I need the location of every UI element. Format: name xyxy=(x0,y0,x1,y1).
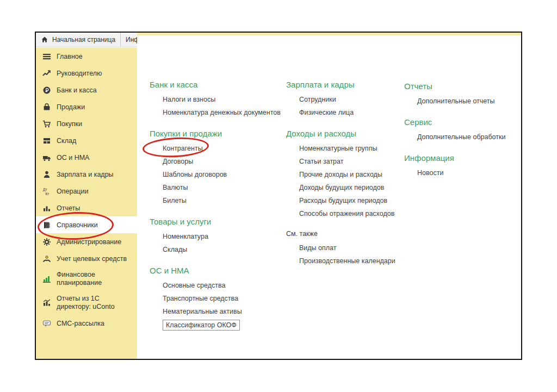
sidebar-item-otchety[interactable]: Отчеты xyxy=(36,200,137,216)
tab-partial[interactable]: Инф xyxy=(121,33,137,47)
menu-item-kontragenty[interactable]: Контрагенты xyxy=(163,142,203,155)
menu-item-stati-zatrat[interactable]: Статьи затрат xyxy=(299,155,343,168)
menu-item-dopolnitelnye-otchety[interactable]: Дополнительные отчеты xyxy=(417,95,495,108)
sidebar: Главное Руководителю Банк и касса Продаж… xyxy=(36,48,138,359)
section-title: Банк и касса xyxy=(150,80,281,89)
sidebar-item-spravochniki[interactable]: Справочники xyxy=(36,216,137,233)
menu-section-tovary-uslugi: Товары и услуги Номенклатура Склады xyxy=(150,217,281,256)
menu-section-dohody-rashody: Доходы и расходы Номенклатурные группы С… xyxy=(286,129,395,220)
sidebar-item-label: Отчеты из 1С директору: uConto xyxy=(57,295,137,311)
hands-icon xyxy=(42,254,52,263)
menu-item-transportnye-sredstva[interactable]: Транспортные средства xyxy=(163,292,238,305)
sidebar-item-celevye-sredstva[interactable]: Учет целевых средств xyxy=(36,250,137,267)
menu-column-2: Зарплата и кадры Сотрудники Физические л… xyxy=(286,80,395,277)
sidebar-item-label: СМС-рассылка xyxy=(57,320,107,327)
hamburger-icon xyxy=(42,52,52,61)
menu-item-sklady[interactable]: Склады xyxy=(163,243,187,256)
menu-item-nomenklaturnye-gruppy[interactable]: Номенклатурные группы xyxy=(299,142,377,155)
app-window: Начальная страница Инф Главное Руководит… xyxy=(35,32,522,360)
sidebar-item-prodazhi[interactable]: Продажи xyxy=(36,98,137,115)
menu-item-proizvodstvennye-kalendari[interactable]: Производственные календари xyxy=(299,254,395,267)
menu-section-servis: Сервис Дополнительные обработки xyxy=(404,117,505,144)
gear-icon xyxy=(42,238,52,246)
cart-icon xyxy=(42,120,52,128)
sidebar-item-label: Финансовое планирование xyxy=(57,271,137,287)
menu-item-dogovory[interactable]: Договоры xyxy=(163,155,193,168)
section-title: Отчеты xyxy=(404,82,505,91)
menu-item-dopolnitelnye-obrabotki[interactable]: Дополнительные обработки xyxy=(417,130,505,144)
menu-item-nomenklatura-den-dok[interactable]: Номенклатура денежных документов xyxy=(163,106,281,119)
menu-item-nalogi-vznosy[interactable]: Налоги и взносы xyxy=(163,93,215,106)
coin-icon xyxy=(42,86,52,95)
sidebar-item-label: Главное xyxy=(57,53,85,60)
menu-item-bilety[interactable]: Билеты xyxy=(163,194,187,207)
menu-item-dohody-budushchih-periodov[interactable]: Доходы будущих периодов xyxy=(299,181,384,194)
truck-icon xyxy=(42,153,52,162)
sidebar-item-label: Учет целевых средств xyxy=(57,255,129,263)
book-icon xyxy=(42,221,52,229)
menu-item-osnovnye-sredstva[interactable]: Основные средства xyxy=(163,279,225,292)
menu-section-zarplata-kadry: Зарплата и кадры Сотрудники Физические л… xyxy=(286,80,395,119)
menu-item-klassifikator-okof[interactable]: Классификатор ОКОФ xyxy=(163,320,240,331)
sidebar-item-os-nma[interactable]: ОС и НМА xyxy=(36,149,137,166)
sidebar-item-otchety-uconto[interactable]: Отчеты из 1С директору: uConto xyxy=(36,291,137,315)
home-icon xyxy=(41,36,48,43)
sidebar-item-label: Банк и касса xyxy=(57,86,99,94)
sidebar-item-label: ОС и НМА xyxy=(57,154,91,161)
section-title: ОС и НМА xyxy=(150,266,281,275)
dt-kt-icon: ДтКт xyxy=(42,187,52,196)
section-title: Покупки и продажи xyxy=(150,129,281,138)
menu-item-valyuty[interactable]: Валюты xyxy=(163,181,188,194)
menu-item-shablony-dogovorov[interactable]: Шаблоны договоров xyxy=(163,168,227,181)
sidebar-item-zarplata[interactable]: Зарплата и кадры xyxy=(36,166,137,183)
sidebar-item-label: Зарплата и кадры xyxy=(57,171,116,178)
sidebar-item-finansovoe-planirovanie[interactable]: Финансовое планирование xyxy=(36,267,137,291)
sidebar-item-label: Отчеты xyxy=(57,204,82,212)
sidebar-item-bank-kassa[interactable]: Банк и касса xyxy=(36,82,137,98)
sidebar-item-sms[interactable]: СМС-рассылка xyxy=(36,315,137,332)
menu-section-informaciya: Информация Новости xyxy=(404,153,505,179)
section-title: Информация xyxy=(404,153,505,163)
bag-icon xyxy=(42,103,52,111)
menu-item-rashody-budushchih-periodov[interactable]: Расходы будущих периодов xyxy=(299,194,387,207)
sidebar-item-label: Продажи xyxy=(57,103,87,111)
sidebar-item-glavnoe[interactable]: Главное xyxy=(36,48,137,65)
menu-section-os-nma: ОС и НМА Основные средства Транспортные … xyxy=(150,266,281,331)
menu-item-sposoby-otrazheniya-rashodov[interactable]: Способы отражения расходов xyxy=(299,207,394,220)
menu-item-novosti[interactable]: Новости xyxy=(417,166,443,179)
tab-home-label: Начальная страница xyxy=(52,36,115,43)
section-title: Товары и услуги xyxy=(150,217,281,226)
report-chart-icon xyxy=(42,298,52,307)
sidebar-item-administrirovanie[interactable]: Администрирование xyxy=(36,233,137,250)
mega-menu-panel: Банк и касса Налоги и взносы Номенклатур… xyxy=(137,35,521,359)
menu-item-nematerialnye-aktivy[interactable]: Нематериальные активы xyxy=(163,305,242,318)
menu-column-1: Банк и касса Налоги и взносы Номенклатур… xyxy=(150,80,281,340)
section-title-see-also: См. также xyxy=(286,230,395,238)
tab-home[interactable]: Начальная страница xyxy=(36,33,121,47)
menu-section-bank-kassa: Банк и касса Налоги и взносы Номенклатур… xyxy=(150,80,281,119)
green-chart-icon xyxy=(42,275,52,283)
menu-item-sotrudniki[interactable]: Сотрудники xyxy=(299,93,336,106)
sidebar-item-rukovoditelyu[interactable]: Руководителю xyxy=(36,65,137,82)
menu-section-pokupki-prodazhi: Покупки и продажи Контрагенты Договоры Ш… xyxy=(150,129,281,207)
speech-bubble-icon xyxy=(42,319,52,328)
menu-item-vidy-oplat[interactable]: Виды оплат xyxy=(299,241,337,254)
section-title: Сервис xyxy=(404,117,505,127)
tab-partial-label: Инф xyxy=(126,36,137,43)
bar-chart-icon xyxy=(42,204,52,213)
pallet-icon xyxy=(42,136,52,145)
menu-column-3: Отчеты Дополнительные отчеты Сервис Допо… xyxy=(404,82,505,189)
sidebar-item-label: Операции xyxy=(57,188,90,195)
sidebar-item-label: Администрирование xyxy=(57,238,123,246)
svg-text:Кт: Кт xyxy=(46,191,49,195)
sidebar-item-label: Справочники xyxy=(57,221,100,229)
menu-item-prochie-dohody-rashody[interactable]: Прочие доходы и расходы xyxy=(299,168,382,181)
sidebar-item-label: Склад xyxy=(57,137,78,145)
sidebar-item-pokupki[interactable]: Покупки xyxy=(36,115,137,132)
tab-bar: Начальная страница Инф xyxy=(36,33,137,47)
menu-item-fizicheskie-lica[interactable]: Физические лица xyxy=(299,106,354,119)
sidebar-item-operacii[interactable]: ДтКт Операции xyxy=(36,183,137,200)
menu-item-nomenklatura[interactable]: Номенклатура xyxy=(163,230,208,243)
sidebar-item-label: Руководителю xyxy=(57,70,104,77)
sidebar-item-sklad[interactable]: Склад xyxy=(36,132,137,149)
